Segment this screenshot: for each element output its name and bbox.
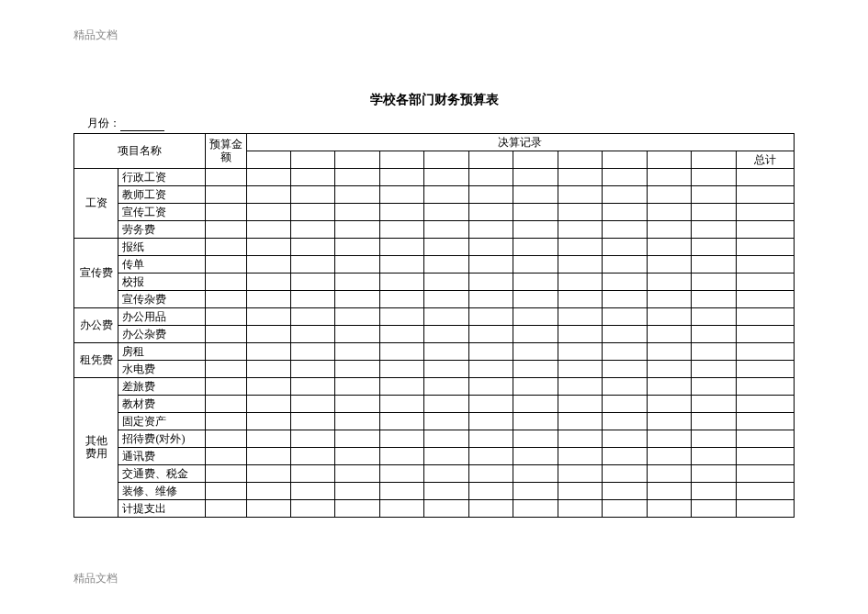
data-cell xyxy=(206,274,246,291)
data-cell xyxy=(603,396,647,413)
data-cell xyxy=(424,483,468,500)
table-row: 教师工资 xyxy=(74,186,795,204)
data-cell xyxy=(424,378,468,396)
item-cell: 固定资产 xyxy=(118,413,206,430)
item-cell: 宣传杂费 xyxy=(118,291,206,308)
category-cell: 其他费用 xyxy=(74,378,118,518)
item-cell: 招待费(对外) xyxy=(118,430,206,448)
data-cell xyxy=(736,326,795,343)
data-cell xyxy=(692,221,736,239)
rec-col-11 xyxy=(692,151,736,169)
data-cell xyxy=(290,413,334,430)
data-cell xyxy=(335,239,379,256)
item-cell: 计提支出 xyxy=(118,500,206,518)
data-cell xyxy=(246,274,290,291)
data-cell xyxy=(424,343,468,361)
data-cell xyxy=(468,396,513,413)
data-cell xyxy=(468,465,513,483)
data-cell xyxy=(558,500,602,518)
table-row: 交通费、税金 xyxy=(74,465,795,483)
table-row: 教材费 xyxy=(74,396,795,413)
data-cell xyxy=(206,169,246,186)
data-cell xyxy=(206,239,246,256)
data-cell xyxy=(692,274,736,291)
data-cell xyxy=(246,308,290,326)
data-cell xyxy=(335,448,379,465)
data-cell xyxy=(290,256,334,274)
data-cell xyxy=(290,274,334,291)
item-cell: 通讯费 xyxy=(118,448,206,465)
data-cell xyxy=(468,413,513,430)
data-cell xyxy=(647,378,691,396)
data-cell xyxy=(692,430,736,448)
data-cell xyxy=(290,378,334,396)
data-cell xyxy=(603,361,647,378)
data-cell xyxy=(736,291,795,308)
data-cell xyxy=(379,483,423,500)
data-cell xyxy=(246,465,290,483)
data-cell xyxy=(290,430,334,448)
data-cell xyxy=(379,291,423,308)
data-cell xyxy=(736,239,795,256)
data-cell xyxy=(335,221,379,239)
data-cell xyxy=(692,343,736,361)
data-cell xyxy=(379,448,423,465)
data-cell xyxy=(647,483,691,500)
data-cell xyxy=(246,239,290,256)
data-cell xyxy=(246,361,290,378)
rec-col-9 xyxy=(603,151,647,169)
table-row: 宣传工资 xyxy=(74,204,795,221)
data-cell xyxy=(246,256,290,274)
data-cell xyxy=(206,291,246,308)
data-cell xyxy=(513,500,558,518)
data-cell xyxy=(558,343,602,361)
table-row: 装修、维修 xyxy=(74,483,795,500)
data-cell xyxy=(379,239,423,256)
item-cell: 校报 xyxy=(118,274,206,291)
rec-col-10 xyxy=(647,151,691,169)
data-cell xyxy=(424,291,468,308)
data-cell xyxy=(206,448,246,465)
data-cell xyxy=(379,221,423,239)
data-cell xyxy=(206,256,246,274)
data-cell xyxy=(736,361,795,378)
data-cell xyxy=(692,291,736,308)
data-cell xyxy=(424,361,468,378)
data-cell xyxy=(736,448,795,465)
data-cell xyxy=(468,378,513,396)
data-cell xyxy=(513,483,558,500)
col-total: 总计 xyxy=(736,151,795,169)
data-cell xyxy=(558,256,602,274)
data-cell xyxy=(513,291,558,308)
data-cell xyxy=(513,430,558,448)
data-cell xyxy=(424,169,468,186)
data-cell xyxy=(558,465,602,483)
data-cell xyxy=(468,169,513,186)
watermark-bottom: 精品文档 xyxy=(73,571,118,586)
category-cell: 租凭费 xyxy=(74,343,118,378)
data-cell xyxy=(647,291,691,308)
data-cell xyxy=(206,378,246,396)
data-cell xyxy=(206,221,246,239)
data-cell xyxy=(468,361,513,378)
data-cell xyxy=(558,308,602,326)
data-cell xyxy=(379,465,423,483)
item-cell: 教材费 xyxy=(118,396,206,413)
data-cell xyxy=(647,361,691,378)
month-label: 月份： xyxy=(87,117,120,129)
data-cell xyxy=(647,326,691,343)
data-cell xyxy=(558,448,602,465)
data-cell xyxy=(603,169,647,186)
data-cell xyxy=(335,465,379,483)
table-row: 办公杂费 xyxy=(74,326,795,343)
data-cell xyxy=(290,169,334,186)
data-cell xyxy=(692,186,736,204)
data-cell xyxy=(206,396,246,413)
data-cell xyxy=(424,500,468,518)
data-cell xyxy=(290,500,334,518)
data-cell xyxy=(424,274,468,291)
data-cell xyxy=(603,308,647,326)
data-cell xyxy=(290,465,334,483)
data-cell xyxy=(736,343,795,361)
data-cell xyxy=(603,274,647,291)
